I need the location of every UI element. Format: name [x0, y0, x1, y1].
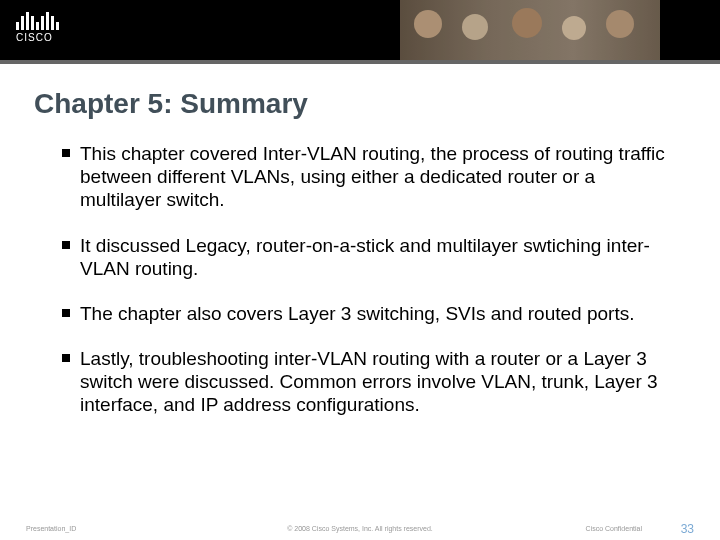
bullet-text: It discussed Legacy, router-on-a-stick a…	[80, 234, 678, 280]
page-number: 33	[681, 522, 694, 536]
list-item: Lastly, troubleshooting inter-VLAN routi…	[62, 347, 678, 417]
header-photo-strip	[400, 0, 660, 60]
presentation-id: Presentation_ID	[26, 525, 76, 532]
confidential-label: Cisco Confidential	[586, 525, 642, 532]
list-item: This chapter covered Inter-VLAN routing,…	[62, 142, 678, 212]
cisco-logo: CISCO	[16, 8, 59, 43]
bullet-text: Lastly, troubleshooting inter-VLAN routi…	[80, 347, 678, 417]
bullet-text: The chapter also covers Layer 3 switchin…	[80, 302, 634, 325]
cisco-logo-text: CISCO	[16, 32, 59, 43]
bullet-text: This chapter covered Inter-VLAN routing,…	[80, 142, 678, 212]
bullet-list: This chapter covered Inter-VLAN routing,…	[62, 142, 678, 417]
cisco-logo-bars-icon	[16, 8, 59, 30]
copyright-text: © 2008 Cisco Systems, Inc. All rights re…	[287, 525, 433, 532]
footer: Presentation_ID © 2008 Cisco Systems, In…	[0, 525, 720, 532]
list-item: It discussed Legacy, router-on-a-stick a…	[62, 234, 678, 280]
bullet-icon	[62, 309, 70, 317]
bullet-icon	[62, 241, 70, 249]
bullet-icon	[62, 149, 70, 157]
bullet-icon	[62, 354, 70, 362]
slide-title: Chapter 5: Summary	[34, 88, 720, 120]
header-bar: CISCO	[0, 0, 720, 64]
list-item: The chapter also covers Layer 3 switchin…	[62, 302, 678, 325]
